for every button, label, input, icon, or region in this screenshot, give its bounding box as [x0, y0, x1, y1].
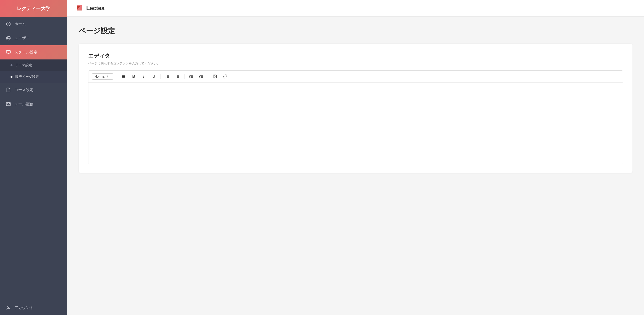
svg-rect-4	[6, 51, 10, 54]
toolbar-align-button[interactable]	[120, 73, 127, 80]
user-circle-icon	[6, 36, 11, 41]
sidebar-school-name: レクティー大学	[17, 6, 50, 11]
editor-toolbar: Normal ⇕ B	[88, 71, 623, 83]
toolbar-link-button[interactable]	[222, 73, 228, 80]
svg-point-35	[214, 76, 214, 76]
sidebar-item-school-settings-label: スクール設定	[14, 50, 38, 55]
sidebar-item-school-settings[interactable]: スクール設定	[0, 45, 67, 60]
top-header: Lectea	[67, 0, 644, 17]
speedometer-icon	[6, 21, 11, 27]
theme-settings-dot	[10, 64, 12, 66]
sidebar-item-users-label: ユーザー	[14, 36, 30, 41]
person-icon	[6, 305, 11, 310]
sidebar-item-course-settings[interactable]: コース設定	[0, 83, 67, 97]
toolbar-separator-4	[208, 74, 208, 79]
editor-card: エディタ ページに表示するコンテンツを入力してください。 Normal ⇕	[78, 44, 632, 173]
sidebar-item-home[interactable]: ホーム	[0, 17, 67, 31]
svg-point-7	[8, 306, 9, 308]
logo-text: Lectea	[86, 5, 104, 12]
svg-rect-10	[77, 10, 82, 10]
sidebar-subitem-theme-settings[interactable]: テーマ設定	[0, 60, 67, 71]
toolbar-italic-button[interactable]: I	[140, 73, 147, 80]
editor-description: ページに表示するコンテンツを入力してください。	[88, 61, 623, 66]
svg-point-23	[176, 75, 176, 76]
svg-point-25	[176, 77, 176, 78]
sidebar-subitem-sales-page-settings[interactable]: 販売ページ設定	[0, 71, 67, 83]
logo-icon	[76, 4, 84, 12]
toolbar-ordered-list-button[interactable]: 1 2 3	[164, 73, 171, 80]
toolbar-separator-1	[117, 74, 117, 79]
main-content: Lectea ページ設定 エディタ ページに表示するコンテンツを入力してください…	[67, 0, 644, 315]
sidebar-item-mail-label: メール配信	[14, 102, 34, 107]
sidebar: レクティー大学 ホーム ユーザー	[0, 0, 67, 315]
format-select-arrow: ⇕	[106, 75, 109, 78]
format-select[interactable]: Normal ⇕	[92, 73, 113, 80]
svg-text:3: 3	[166, 77, 166, 78]
sidebar-item-account[interactable]: アカウント	[0, 301, 67, 315]
sidebar-item-course-settings-label: コース設定	[14, 88, 34, 93]
toolbar-underline-button[interactable]: U	[150, 73, 157, 80]
toolbar-image-button[interactable]	[212, 73, 218, 80]
format-select-value: Normal	[94, 75, 105, 78]
svg-point-2	[8, 37, 9, 38]
sidebar-item-account-label: アカウント	[14, 305, 34, 310]
sidebar-header: レクティー大学	[0, 0, 67, 17]
editor-label: エディタ	[88, 52, 623, 60]
editor-container: Normal ⇕ B	[88, 71, 623, 164]
document-icon	[6, 87, 11, 93]
sidebar-spacer	[0, 111, 67, 301]
sidebar-item-home-label: ホーム	[14, 22, 26, 27]
toolbar-unordered-list-button[interactable]	[174, 73, 181, 80]
sidebar-submenu: テーマ設定 販売ページ設定	[0, 60, 67, 83]
sidebar-subitem-theme-settings-label: テーマ設定	[15, 63, 32, 67]
sidebar-subitem-sales-page-settings-label: 販売ページ設定	[15, 75, 39, 79]
toolbar-separator-2	[160, 74, 161, 79]
svg-point-1	[8, 24, 8, 24]
display-icon	[6, 50, 11, 55]
toolbar-bold-button[interactable]: B	[130, 73, 137, 80]
toolbar-indent-left-button[interactable]	[198, 73, 204, 80]
page-content-area: ページ設定 エディタ ページに表示するコンテンツを入力してください。 Norma…	[67, 17, 644, 315]
toolbar-separator-3	[184, 74, 184, 79]
envelope-icon	[6, 101, 11, 107]
sidebar-item-users[interactable]: ユーザー	[0, 31, 67, 45]
page-title: ページ設定	[78, 26, 632, 36]
editor-body[interactable]	[88, 83, 623, 164]
toolbar-indent-right-button[interactable]	[188, 73, 194, 80]
sidebar-item-mail[interactable]: メール配信	[0, 97, 67, 111]
sales-page-dot	[10, 76, 12, 78]
svg-point-24	[176, 76, 176, 77]
sidebar-nav: ホーム ユーザー スクール設定	[0, 17, 67, 315]
